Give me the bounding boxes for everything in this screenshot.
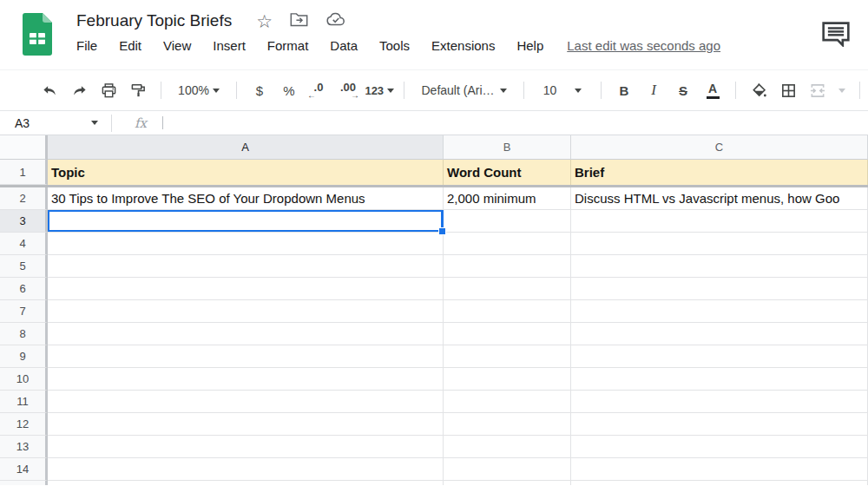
column-header-A[interactable]: A — [48, 135, 444, 160]
cell-C6[interactable] — [571, 278, 868, 300]
borders-button[interactable] — [776, 78, 800, 102]
select-all-corner[interactable] — [0, 135, 48, 160]
font-select[interactable]: Default (Ari… — [414, 78, 513, 102]
row-header-1[interactable]: 1 — [0, 160, 48, 185]
menu-file[interactable]: File — [76, 38, 97, 53]
row-header-12[interactable]: 12 — [0, 413, 48, 436]
cell-A11[interactable] — [48, 391, 444, 413]
increase-decimal-button[interactable]: .00 → — [336, 78, 360, 102]
cell-A13[interactable] — [48, 436, 444, 458]
paint-format-button[interactable] — [126, 78, 150, 102]
cell-C1[interactable]: Brief — [571, 160, 868, 185]
menu-help[interactable]: Help — [516, 38, 543, 53]
cell-partial[interactable] — [444, 481, 571, 485]
cell-A7[interactable] — [48, 300, 444, 323]
redo-button[interactable] — [67, 78, 91, 102]
cell-C13[interactable] — [571, 436, 868, 458]
cell-A10[interactable] — [48, 368, 444, 391]
decrease-decimal-button[interactable]: .0 ← — [306, 78, 331, 102]
cell-B8[interactable] — [444, 323, 571, 345]
menu-tools[interactable]: Tools — [379, 38, 410, 53]
row-header-5[interactable]: 5 — [0, 255, 48, 278]
sheets-logo-icon[interactable] — [22, 12, 53, 57]
row-header-2[interactable]: 2 — [0, 187, 48, 210]
cloud-saved-icon[interactable] — [326, 11, 346, 30]
cell-B5[interactable] — [444, 255, 571, 278]
row-header-7[interactable]: 7 — [0, 300, 48, 323]
cell-B10[interactable] — [444, 368, 571, 391]
cell-partial[interactable] — [571, 481, 868, 485]
cell-A6[interactable] — [48, 278, 444, 300]
format-currency-button[interactable]: $ — [247, 78, 272, 102]
fill-color-button[interactable] — [746, 78, 771, 102]
cell-C3[interactable] — [571, 210, 868, 233]
menu-view[interactable]: View — [163, 38, 191, 53]
undo-button[interactable] — [37, 78, 62, 102]
format-percent-button[interactable]: % — [277, 78, 301, 102]
cell-A4[interactable] — [48, 233, 444, 255]
row-header-6[interactable]: 6 — [0, 278, 48, 300]
font-size-select[interactable]: 10 — [535, 78, 590, 102]
column-header-B[interactable]: B — [444, 135, 571, 160]
cell-C9[interactable] — [571, 345, 868, 368]
cell-B2[interactable]: 2,000 minimum — [444, 187, 571, 210]
cell-A2[interactable]: 30 Tips to Improve The SEO of Your Dropd… — [48, 187, 444, 210]
cell-A1[interactable]: Topic — [48, 160, 444, 185]
cell-B3[interactable] — [444, 210, 571, 233]
menu-data[interactable]: Data — [330, 38, 358, 53]
row-header-8[interactable]: 8 — [0, 323, 48, 345]
name-box[interactable]: A3 — [8, 116, 103, 130]
comment-history-icon[interactable] — [821, 21, 851, 50]
cell-C5[interactable] — [571, 255, 868, 278]
formula-input[interactable] — [162, 116, 163, 129]
cell-B7[interactable] — [444, 300, 571, 323]
menu-format[interactable]: Format — [267, 38, 309, 53]
cell-A3[interactable] — [48, 210, 444, 233]
row-header-14[interactable]: 14 — [0, 458, 48, 481]
cell-C2[interactable]: Discuss HTML vs Javascript menus, how Go… — [571, 187, 868, 210]
row-header-9[interactable]: 9 — [0, 345, 48, 368]
text-color-button[interactable]: A — [700, 78, 725, 102]
star-icon[interactable]: ☆ — [256, 12, 273, 30]
zoom-select[interactable]: 100% — [172, 78, 226, 102]
move-to-folder-icon[interactable] — [290, 11, 308, 30]
cell-C12[interactable] — [571, 413, 868, 436]
cell-A12[interactable] — [48, 413, 444, 436]
cell-partial[interactable] — [48, 481, 444, 485]
cell-B6[interactable] — [444, 278, 571, 300]
cell-B1[interactable]: Word Count — [444, 160, 571, 185]
last-edit-link[interactable]: Last edit was seconds ago — [567, 38, 720, 53]
italic-button[interactable]: I — [641, 78, 666, 102]
cell-B4[interactable] — [444, 233, 571, 255]
cell-B13[interactable] — [444, 436, 571, 458]
column-header-C[interactable]: C — [571, 135, 868, 160]
row-header-13[interactable]: 13 — [0, 436, 48, 458]
document-title[interactable]: February Topic Briefs — [76, 11, 232, 30]
cell-A14[interactable] — [48, 458, 444, 481]
cell-C11[interactable] — [571, 391, 868, 413]
row-header-4[interactable]: 4 — [0, 233, 48, 255]
print-button[interactable] — [96, 78, 121, 102]
merge-cells-button[interactable] — [806, 78, 830, 102]
cell-B9[interactable] — [444, 345, 571, 368]
row-header-11[interactable]: 11 — [0, 391, 48, 413]
cell-B11[interactable] — [444, 391, 571, 413]
row-header-partial[interactable] — [0, 481, 48, 485]
bold-button[interactable]: B — [612, 78, 636, 102]
menu-edit[interactable]: Edit — [119, 38, 141, 53]
cell-B14[interactable] — [444, 458, 571, 481]
merge-cells-dropdown[interactable] — [835, 78, 849, 102]
more-formats-button[interactable]: 123 — [365, 78, 393, 102]
menu-insert[interactable]: Insert — [213, 38, 246, 53]
cell-A8[interactable] — [48, 323, 444, 345]
strikethrough-button[interactable]: S — [671, 78, 695, 102]
row-header-10[interactable]: 10 — [0, 368, 48, 391]
cell-C8[interactable] — [571, 323, 868, 345]
cell-A9[interactable] — [48, 345, 444, 368]
cell-A5[interactable] — [48, 255, 444, 278]
cell-C10[interactable] — [571, 368, 868, 391]
row-header-3[interactable]: 3 — [0, 210, 48, 233]
cell-C14[interactable] — [571, 458, 868, 481]
menu-extensions[interactable]: Extensions — [431, 38, 495, 53]
cell-B12[interactable] — [444, 413, 571, 436]
